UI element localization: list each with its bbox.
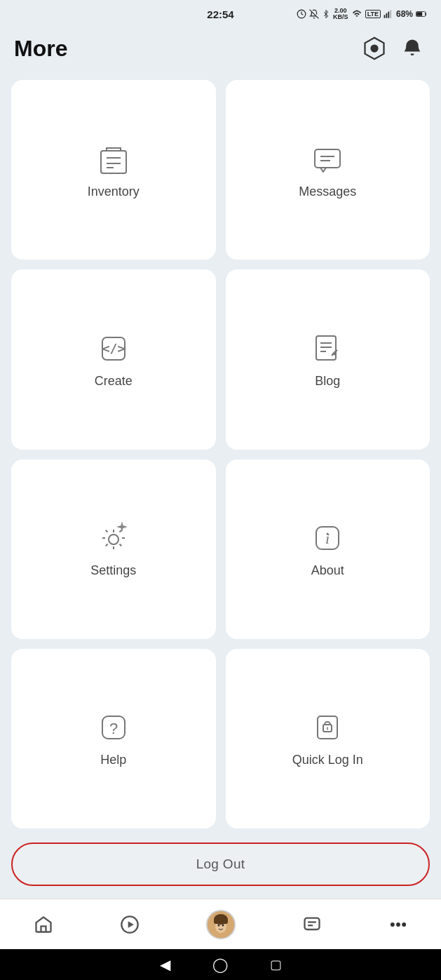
blog-icon [309, 330, 346, 367]
help-icon: ? [95, 709, 132, 746]
status-bar: 22:54 2.00KB/S LTE 68% [0, 0, 441, 28]
svg-line-1 [310, 10, 319, 19]
svg-point-26 [327, 533, 329, 535]
svg-rect-3 [386, 13, 387, 18]
settings-label: Settings [90, 563, 136, 578]
svg-rect-2 [384, 15, 386, 18]
svg-rect-7 [416, 12, 422, 16]
play-icon [120, 915, 140, 934]
battery-icon [416, 10, 427, 18]
messages-icon [309, 141, 346, 177]
battery-level: 68% [396, 9, 413, 19]
svg-text:i: i [325, 530, 330, 547]
quicklogin-icon-wrap [309, 709, 346, 746]
grid-item-about[interactable]: i About [226, 459, 430, 639]
avatar-image [208, 911, 234, 938]
grid-item-create[interactable]: </> Create [11, 269, 216, 449]
svg-rect-14 [315, 149, 340, 168]
header: More [0, 28, 441, 73]
svg-point-45 [402, 922, 406, 927]
create-icon-wrap: </> [95, 330, 132, 367]
svg-point-35 [217, 924, 219, 926]
create-icon: </> [95, 330, 132, 367]
settings-icon-wrap [95, 520, 132, 556]
svg-point-39 [224, 920, 228, 924]
nav-item-home[interactable] [25, 911, 62, 939]
svg-marker-31 [128, 921, 133, 927]
svg-point-43 [390, 922, 394, 927]
bottom-nav [0, 899, 441, 949]
speed-indicator: 2.00KB/S [333, 8, 348, 20]
svg-point-44 [396, 922, 400, 927]
chat-icon [302, 915, 322, 934]
inventory-icon-wrap [95, 141, 132, 177]
hexagon-icon [362, 36, 387, 61]
clock-icon [297, 9, 306, 19]
grid-item-quicklogin[interactable]: Quick Log In [226, 649, 430, 828]
about-icon: i [309, 520, 346, 556]
nav-item-more[interactable] [380, 911, 416, 939]
quicklogin-icon [309, 709, 346, 746]
status-icons: 2.00KB/S LTE 68% [297, 8, 427, 20]
messages-label: Messages [299, 184, 356, 199]
nav-item-avatar[interactable] [198, 906, 244, 944]
svg-text:?: ? [109, 720, 118, 737]
sparkle-icon [116, 521, 128, 532]
lte-badge: LTE [365, 10, 381, 18]
svg-rect-10 [101, 151, 126, 173]
android-back-icon[interactable]: ◀ [160, 956, 170, 973]
bell-icon [402, 38, 423, 59]
help-icon-wrap: ? [95, 709, 132, 746]
signal-icon [384, 9, 393, 19]
blog-label: Blog [315, 374, 340, 389]
hexagon-icon-button[interactable] [360, 34, 389, 63]
nav-item-play[interactable] [111, 911, 148, 939]
about-label: About [311, 563, 344, 578]
help-label: Help [100, 753, 126, 767]
menu-grid: Inventory Messages </> Create [0, 73, 441, 835]
avatar [206, 910, 236, 939]
logout-section: Log Out [0, 835, 441, 899]
quicklogin-label: Quick Log In [292, 753, 363, 767]
about-icon-wrap: i [309, 520, 346, 556]
android-recents-icon[interactable]: ▢ [270, 957, 282, 972]
grid-item-help[interactable]: ? Help [11, 649, 216, 828]
svg-point-36 [222, 924, 224, 926]
grid-item-messages[interactable]: Messages [226, 80, 430, 260]
svg-point-9 [372, 46, 378, 52]
more-icon [388, 915, 408, 934]
svg-point-23 [109, 535, 118, 544]
nav-item-chat[interactable] [294, 911, 330, 939]
svg-rect-5 [390, 10, 391, 18]
grid-item-settings[interactable]: Settings [11, 459, 216, 639]
status-time: 22:54 [207, 8, 233, 20]
svg-rect-40 [304, 918, 319, 929]
inventory-icon [95, 141, 132, 177]
grid-item-inventory[interactable]: Inventory [11, 80, 216, 260]
svg-text:</>: </> [102, 341, 125, 356]
bell-muted-icon [309, 9, 319, 19]
bluetooth-icon [322, 9, 330, 19]
blog-icon-wrap [309, 330, 346, 367]
home-icon [34, 915, 53, 934]
svg-point-38 [214, 920, 218, 924]
header-icons [360, 34, 427, 63]
inventory-label: Inventory [88, 184, 140, 199]
android-home-icon[interactable]: ◯ [212, 956, 228, 973]
grid-item-blog[interactable]: Blog [226, 269, 430, 449]
svg-rect-4 [388, 12, 389, 18]
messages-icon-wrap [309, 141, 346, 177]
page-title: More [14, 36, 67, 62]
wifi-icon [351, 9, 362, 19]
android-nav-bar: ◀ ◯ ▢ [0, 949, 441, 980]
logout-button[interactable]: Log Out [11, 843, 430, 886]
notification-bell-button[interactable] [398, 34, 427, 63]
create-label: Create [95, 374, 133, 389]
